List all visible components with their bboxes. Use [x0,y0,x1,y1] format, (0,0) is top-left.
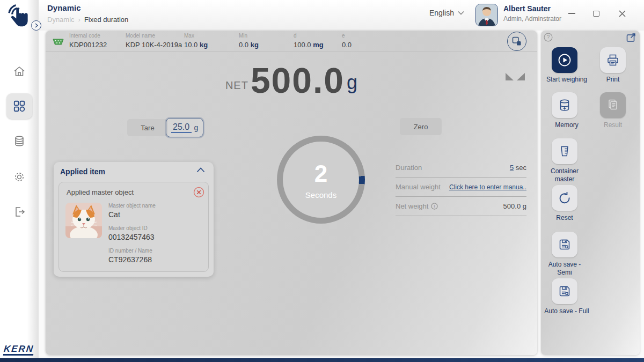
tare-input[interactable] [171,122,192,133]
master-object-name-field: Master object name Cat [108,203,156,219]
tare-unit: g [194,123,199,132]
save-semi-icon [558,238,572,252]
result-label: Result [594,121,632,129]
device-field-model-name: Model name KDP 10K-4-2019a [126,33,182,49]
duration-value[interactable]: 5 [510,164,514,172]
logout-icon [13,205,26,218]
net-weight-value: 500.0 [503,202,521,210]
device-field-max: Max 10.0 kg [184,33,208,49]
duration-row: Duration 5 sec [396,158,526,178]
print-button[interactable] [600,47,626,73]
reset-label: Reset [541,214,588,222]
device-field-min: Min 0.0 kg [239,33,259,49]
memory-icon [558,98,572,112]
remove-circle-icon [193,187,204,198]
user-photo [476,4,497,26]
cat-image [65,203,102,238]
device-field-internal-code: Internal code KDP001232 [69,33,107,49]
weight-display: NET 500.0 g [46,63,537,98]
timer-value: 2 [314,160,327,187]
manual-weight-row: Manual weight Click here to enter manua.… [396,178,526,197]
tare-input-box: g [166,118,203,137]
weight-value: 500.0 [251,63,345,98]
timer-unit-label: Seconds [305,190,336,200]
user-role: Admin, Adminstrator [503,15,561,23]
applied-item-card: Applied item Applied master object [54,162,214,277]
net-weight-row: Net weight i 500.0 g [396,197,526,216]
fullscreen-icon [626,32,636,43]
container-icon [558,144,572,158]
container-master-button[interactable] [552,138,577,164]
device-field-d: d 100.0 mg [294,33,324,49]
database-icon [13,135,26,147]
sidebar-item-database[interactable] [13,135,26,147]
help-button[interactable]: ? [544,33,553,42]
memory-button[interactable] [552,92,577,118]
avatar[interactable] [475,4,498,26]
bottom-accent-bar [0,358,644,362]
page-title: Dynamic [47,3,81,12]
master-object-id-field: Master object ID 00132457463 [108,225,155,241]
user-info[interactable]: Albert Sauter Admin, Adminstrator [503,4,561,23]
auto-save-full-button[interactable] [552,278,577,304]
fullscreen-button[interactable] [626,32,636,43]
timer-face: 2 Seconds [283,142,359,218]
action-panel: ? Start weighing Print [541,31,640,355]
sidebar-item-applications[interactable] [6,93,32,119]
weight-unit: g [347,71,357,94]
print-label: Print [594,76,632,84]
auto-save-semi-button[interactable] [552,232,577,257]
maximize-icon [593,11,599,17]
chevron-up-icon [196,167,205,173]
breadcrumb: Dynamic›Fixed duration [47,16,128,24]
result-button[interactable] [600,92,626,118]
net-weight-unit: g [523,202,526,210]
sidebar-item-logout[interactable] [13,205,26,218]
minimize-button[interactable] [565,6,579,20]
device-field-e: e 0.0 [342,33,352,49]
remove-applied-object-button[interactable] [193,187,204,198]
memory-label: Memory [541,121,592,129]
weighing-details: Duration 5 sec Manual weight Click here … [396,158,526,216]
applied-master-object-title: Applied master object [67,188,134,196]
main-panel: Internal code KDP001232 Model name KDP 1… [46,31,537,355]
sidebar-item-settings[interactable] [13,171,26,183]
close-button[interactable] [615,6,629,20]
touch-logo-icon [4,2,33,31]
info-icon: i [431,203,438,210]
app-logo [4,2,33,31]
auto-save-semi-label: Auto save - Semi [541,261,588,277]
reset-button[interactable] [552,185,577,211]
zero-button[interactable]: Zero [400,118,442,135]
svg-text:?: ? [547,34,550,40]
kern-logo: KERN [3,344,34,354]
sidebar-expand-toggle[interactable] [31,20,41,31]
collapse-section-button[interactable] [196,167,205,173]
manual-weight-link[interactable]: Click here to enter manua.. [449,183,526,191]
top-bar: Dynamic Dynamic›Fixed duration English A… [39,0,644,31]
tare-control: Tare g [127,118,203,137]
start-weighing-button[interactable] [552,47,577,73]
breadcrumb-separator: › [78,16,80,24]
chevron-right-icon [34,23,39,28]
manual-weight-label: Manual weight [396,183,441,191]
breadcrumb-current: Fixed duration [84,16,128,24]
id-number-field: ID number / Name CT92637268 [108,248,152,264]
print-icon [606,53,620,67]
play-icon [558,53,572,67]
switch-device-button[interactable] [507,32,526,51]
maximize-button[interactable] [589,6,603,20]
language-selector[interactable]: English [429,9,464,17]
breadcrumb-parent[interactable]: Dynamic [47,16,75,24]
language-label: English [429,9,454,17]
close-icon [619,10,626,17]
tare-button[interactable]: Tare [127,119,168,136]
apps-grid-icon [12,99,26,113]
applied-master-object-card: Applied master object [58,182,209,272]
home-icon [13,65,26,78]
sidebar-item-home[interactable] [13,65,26,78]
start-weighing-label: Start weighing [541,76,592,84]
master-object-photo [65,203,102,238]
duration-label: Duration [396,164,422,172]
result-icon [606,98,620,112]
